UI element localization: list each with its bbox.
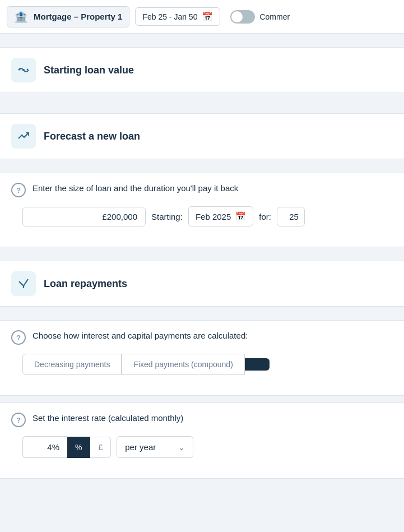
starting-loan-section: Starting loan value [0,47,404,93]
interest-input-row: % £ per year ⌄ [11,436,393,469]
repayments-header: Loan repayments [0,261,404,306]
start-date-calendar-icon: 📅 [235,211,246,221]
gap-2 [0,100,404,107]
repayments-section: Loan repayments [0,261,404,307]
payment-type-button-row: Decreasing payments Fixed payments (comp… [11,354,393,386]
repayments-question-row: ? Choose how interest and capital paymen… [11,330,393,345]
comments-label: Commer [259,12,290,21]
decreasing-payments-button[interactable]: Decreasing payments [22,354,122,375]
forecast-loan-icon-container [11,124,36,149]
loan-input-row: Starting: Feb 2025 📅 for: [11,206,393,238]
calendar-icon: 📅 [202,11,213,22]
gap-5 [0,313,404,320]
repayments-title: Loan repayments [44,278,127,290]
starting-loan-icon-container [11,58,36,82]
gap-1 [0,34,404,40]
duration-input[interactable] [277,207,305,226]
percent-unit-button[interactable]: % [67,437,90,458]
toggle-area: Commer [230,10,290,24]
for-label: for: [259,212,271,221]
interest-question-row: ? Set the interest rate (calculated mont… [11,412,393,427]
repayments-info-section: ? Choose how interest and capital paymen… [0,320,404,396]
date-range-area[interactable]: Feb 25 - Jan 50 📅 [135,7,220,26]
interest-rate-section: ? Set the interest rate (calculated mont… [0,403,404,479]
date-range-text: Feb 25 - Jan 50 [142,12,197,21]
gbp-unit-button[interactable]: £ [90,437,111,458]
starting-loan-header: Starting loan value [0,48,404,92]
title-area[interactable]: 🏦 Mortgage – Property 1 [7,6,129,27]
repayments-question-icon[interactable]: ? [11,330,26,345]
interest-question-icon[interactable]: ? [11,413,26,427]
top-bar: 🏦 Mortgage – Property 1 Feb 25 - Jan 50 … [0,0,404,34]
forecast-loan-title: Forecast a new loan [44,131,140,142]
gap-4 [0,247,404,254]
start-date-value: Feb 2025 [196,212,231,221]
loan-question-icon[interactable]: ? [11,183,26,197]
repayments-icon [17,277,30,290]
page-title: Mortgage – Property 1 [34,12,122,21]
gap-3 [0,166,404,173]
main-content: Starting loan value Forecast a new loan … [0,34,404,479]
active-payment-button[interactable] [245,358,270,371]
loan-info-section: ? Enter the size of loan and the duratio… [0,173,404,247]
forecast-loan-section: Forecast a new loan [0,113,404,159]
svg-point-0 [22,69,25,71]
fixed-payments-button[interactable]: Fixed payments (compound) [122,354,244,375]
svg-point-2 [27,69,29,71]
loan-amount-input[interactable] [22,207,146,226]
loan-info-text: Enter the size of loan and the duration … [32,182,238,194]
per-year-dropdown[interactable]: per year ⌄ [117,436,193,458]
starting-label: Starting: [151,212,183,221]
loan-info-question-row: ? Enter the size of loan and the duratio… [11,182,393,197]
repayments-info-text: Choose how interest and capital payments… [32,330,248,341]
interest-rate-input[interactable] [22,436,67,458]
forecast-icon [17,129,30,143]
starting-loan-title: Starting loan value [44,64,134,76]
interest-info-text: Set the interest rate (calculated monthl… [32,412,183,424]
bank-icon: 🏦 [14,10,28,24]
start-date-picker[interactable]: Feb 2025 📅 [188,206,253,226]
chevron-down-icon: ⌄ [178,443,185,452]
per-year-label: per year [125,442,156,452]
svg-point-1 [19,69,21,71]
loan-value-icon [17,63,30,77]
comments-toggle[interactable] [230,10,255,24]
repayments-icon-container [11,271,36,296]
forecast-loan-header: Forecast a new loan [0,114,404,159]
gap-6 [0,396,404,403]
